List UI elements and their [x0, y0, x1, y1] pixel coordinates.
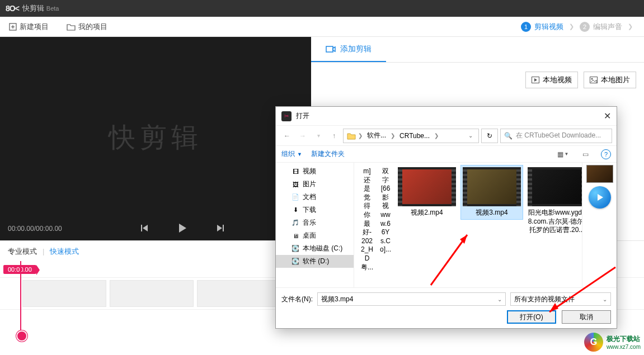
- nav-up-button[interactable]: ↑: [327, 129, 341, 143]
- my-projects-button[interactable]: 我的项目: [63, 20, 111, 34]
- sidebar-item[interactable]: 📄文档: [276, 191, 354, 203]
- sidebar-item[interactable]: 💽本地磁盘 (C:): [276, 242, 354, 255]
- app-name: 快剪辑: [22, 3, 44, 13]
- sidebar-item-label: 图片: [303, 179, 316, 189]
- file-thumbnail: [463, 167, 521, 206]
- sidebar-item[interactable]: 🎵音乐: [276, 216, 354, 229]
- file-name: 阳光电影www.ygdy8.com.吉尔莫·德尔·托罗的匹诺曹.20...: [528, 209, 582, 235]
- chevron-down-icon[interactable]: ⌄: [603, 296, 607, 302]
- image-icon: 🖼: [292, 181, 299, 188]
- dialog-toolbar: 组织▼ 新建文件夹 ▦▼ ▭ ?: [276, 146, 617, 163]
- file-item[interactable]: 视频2.mp4: [396, 165, 458, 220]
- file-item[interactable]: 双字[66影视www.66Ys.Co]...: [378, 165, 393, 257]
- folder-icon: [347, 132, 356, 140]
- cancel-button[interactable]: 取消: [562, 310, 611, 324]
- preview-play-button[interactable]: [589, 186, 611, 209]
- file-open-dialog: ✂ 打开 ✕ ← → ▾ ↑ ❯ 软件... ❯ CRTube... ❯ ⌄ ↻…: [275, 106, 617, 329]
- local-image-label: 本地图片: [601, 75, 630, 85]
- step-1-number: 1: [521, 22, 531, 32]
- sidebar-item[interactable]: 🖥桌面: [276, 229, 354, 242]
- preview-thumbnail: [586, 165, 613, 183]
- preview-pane-button[interactable]: ▭: [579, 148, 592, 160]
- filename-label: 文件名(N):: [281, 295, 313, 304]
- clip-slot[interactable]: [197, 280, 281, 307]
- clip-slot[interactable]: [22, 280, 106, 307]
- camera-icon: [326, 45, 336, 53]
- svg-marker-5: [179, 224, 186, 233]
- nav-back-button[interactable]: ←: [280, 129, 294, 143]
- tab-add-clip[interactable]: 添加剪辑: [311, 37, 386, 62]
- filter-label: 所有支持的视频文件: [514, 295, 575, 304]
- filename-input[interactable]: 视频3.mp4 ⌄: [317, 292, 506, 306]
- svg-rect-6: [223, 225, 224, 231]
- filename-value: 视频3.mp4: [321, 295, 353, 304]
- disk-icon: 💽: [292, 245, 299, 253]
- crumb-sep: ❯: [358, 132, 363, 139]
- dialog-sidebar: 🎞视频🖼图片📄文档⬇下载🎵音乐🖥桌面💽本地磁盘 (C:)💽软件 (D:): [276, 163, 354, 287]
- view-mode-button[interactable]: ▦▼: [556, 148, 570, 160]
- playhead[interactable]: [20, 261, 21, 337]
- dialog-title: 打开: [296, 111, 309, 121]
- mode-pro[interactable]: 专业模式: [8, 247, 37, 257]
- step-2[interactable]: 2 编辑声音: [580, 22, 622, 32]
- crumb-dropdown[interactable]: ⌄: [466, 132, 475, 139]
- step-arrow-icon: ❯: [628, 23, 633, 30]
- nav-recent-button[interactable]: ▾: [312, 129, 325, 143]
- new-project-label: 新建项目: [20, 22, 49, 32]
- step-2-label: 编辑声音: [593, 22, 622, 32]
- local-video-button[interactable]: 本地视频: [525, 72, 578, 88]
- organize-button[interactable]: 组织▼: [281, 149, 302, 159]
- local-image-button[interactable]: 本地图片: [584, 72, 636, 88]
- dialog-nav: ← → ▾ ↑ ❯ 软件... ❯ CRTube... ❯ ⌄ ↻ 🔍 在 CR…: [276, 126, 617, 146]
- preview-panel: 快剪辑 00:00.00/00:00.00: [0, 37, 311, 240]
- clip-slot[interactable]: [110, 280, 194, 307]
- file-item[interactable]: 视频3.mp4: [460, 165, 523, 220]
- file-thumbnail: [528, 167, 582, 206]
- step-1-label: 剪辑视频: [534, 22, 563, 32]
- disk-icon: 💽: [292, 258, 299, 266]
- mode-fast[interactable]: 快速模式: [50, 247, 79, 257]
- crumb-seg[interactable]: CRTube...: [397, 132, 432, 140]
- play-button[interactable]: [177, 223, 188, 235]
- step-1[interactable]: 1 剪辑视频: [521, 22, 563, 32]
- tabs-row: 添加剪辑: [311, 37, 644, 63]
- new-folder-button[interactable]: 新建文件夹: [311, 149, 345, 159]
- next-button[interactable]: [216, 224, 225, 234]
- svg-marker-14: [598, 194, 603, 201]
- play-file-icon: [532, 77, 539, 83]
- sidebar-item[interactable]: ⬇下载: [276, 203, 354, 216]
- search-input[interactable]: 🔍 在 CRTubeGet Downloade...: [500, 129, 612, 143]
- file-type-filter[interactable]: 所有支持的视频文件 ⌄: [510, 292, 611, 306]
- toolbar: 新建项目 我的项目 1 剪辑视频 ❯ 2 编辑声音 ❯: [0, 17, 644, 37]
- search-placeholder: 在 CRTubeGet Downloade...: [516, 131, 601, 140]
- crumb-sep: ❯: [391, 132, 395, 139]
- svg-marker-9: [333, 47, 335, 51]
- site-logo-icon: G: [584, 333, 603, 352]
- dialog-body: 🎞视频🖼图片📄文档⬇下载🎵音乐🖥桌面💽本地磁盘 (C:)💽软件 (D:) m]还…: [276, 163, 617, 287]
- nav-forward-button[interactable]: →: [296, 129, 309, 143]
- new-project-button[interactable]: 新建项目: [6, 20, 52, 34]
- close-button[interactable]: ✕: [604, 111, 611, 121]
- help-button[interactable]: ?: [601, 149, 611, 159]
- sidebar-item[interactable]: 🖼图片: [276, 178, 354, 191]
- dialog-titlebar: ✂ 打开 ✕: [276, 107, 617, 126]
- open-button[interactable]: 打开(O): [507, 310, 556, 324]
- file-item[interactable]: 阳光电影www.ygdy8.com.吉尔莫·德尔·托罗的匹诺曹.20...: [525, 165, 582, 237]
- svg-rect-8: [326, 46, 333, 52]
- refresh-button[interactable]: ↻: [481, 129, 498, 143]
- crumb-seg[interactable]: 软件...: [365, 131, 388, 140]
- sidebar-item-label: 视频: [303, 167, 316, 176]
- preview-watermark: 快剪辑: [109, 120, 203, 155]
- chevron-down-icon[interactable]: ⌄: [497, 296, 502, 302]
- file-name: m]还是觉得你最好-2022_HD粤...: [361, 167, 373, 272]
- file-item[interactable]: m]还是觉得你最好-2022_HD粤...: [359, 165, 375, 274]
- breadcrumb-bar[interactable]: ❯ 软件... ❯ CRTube... ❯ ⌄: [343, 129, 479, 143]
- sidebar-item[interactable]: 💽软件 (D:): [276, 255, 354, 268]
- mode-sep: |: [43, 247, 44, 255]
- preview-controls: 00:00.00/00:00.00: [0, 217, 311, 240]
- plus-icon: [9, 23, 17, 31]
- prev-button[interactable]: [140, 224, 149, 234]
- sidebar-item-label: 本地磁盘 (C:): [303, 244, 342, 253]
- sidebar-item[interactable]: 🎞视频: [276, 165, 354, 178]
- file-list: m]还是觉得你最好-2022_HD粤...双字[66影视www.66Ys.Co]…: [354, 163, 582, 287]
